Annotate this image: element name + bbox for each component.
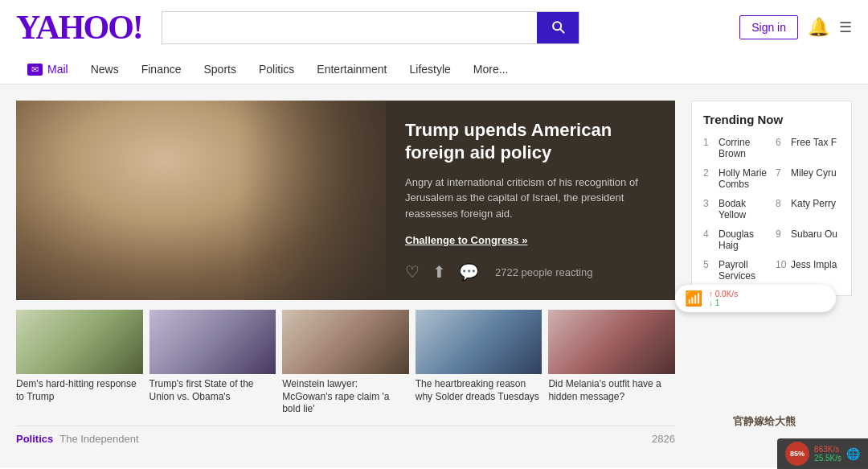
trending-num-8: 8: [776, 198, 787, 220]
yahoo-logo: YAHOO!: [16, 8, 142, 47]
thumb-image-3: [282, 310, 409, 374]
trending-name-7: Miley Cyru: [791, 167, 837, 190]
trending-name-8: Katy Perry: [791, 198, 836, 220]
net-up-stat: ↑ 0.0K/s: [709, 290, 738, 298]
thumb-card-2[interactable]: Trump's first State of the Union vs. Oba…: [149, 310, 276, 416]
net-down-stat: ↓ 1: [709, 298, 738, 307]
nav-bar: ✉ Mail News Finance Sports Politics Ente…: [0, 55, 868, 84]
thumb-caption-1: Dem's hard-hitting response to Trump: [16, 378, 143, 403]
trending-num-10: 10: [776, 259, 787, 282]
thumb-card-3[interactable]: Weinstein lawyer: McGowan's rape claim '…: [282, 310, 409, 416]
network-widget: 📶 ↑ 0.0K/s ↓ 1: [675, 285, 836, 312]
trending-name-9: Subaru Ou: [791, 228, 837, 251]
network-icon: 🌐: [846, 447, 860, 460]
search-bar: [162, 11, 579, 44]
header-right: Sign in 🔔 ☰: [739, 15, 852, 39]
speed-up-val: 863K/s: [814, 445, 841, 454]
trending-name-5: Payroll Services: [719, 259, 768, 282]
search-button[interactable]: [537, 12, 579, 43]
hero-link[interactable]: Challenge to Congress »: [405, 234, 656, 246]
speed-percentage: 85%: [785, 442, 809, 466]
trending-name-4: Douglas Haig: [719, 228, 768, 251]
thumb-image-4: [416, 310, 542, 374]
bell-icon[interactable]: 🔔: [808, 17, 829, 38]
article-tag[interactable]: Politics: [16, 433, 53, 445]
trending-title: Trending Now: [703, 113, 840, 126]
article-count: 2826: [652, 433, 675, 445]
trending-num-7: 7: [776, 167, 787, 190]
reactions-count: 2722 people reacting: [495, 266, 592, 278]
trending-item-1[interactable]: 1 Corrine Brown: [703, 134, 768, 162]
nav-item-more[interactable]: More...: [462, 55, 520, 84]
wifi-icon: 📶: [685, 290, 702, 307]
trending-name-1: Corrine Brown: [719, 137, 768, 159]
hero-image: [16, 101, 386, 300]
trending-item-6[interactable]: 6 Free Tax F: [776, 134, 840, 162]
speed-details: 863K/s 25.5K/s: [814, 445, 841, 463]
hero-description: Angry at international criticism of his …: [405, 175, 656, 222]
share-icon[interactable]: ⬆: [432, 262, 446, 282]
thumb-image-5: [548, 310, 675, 374]
trending-item-7[interactable]: 7 Miley Cyru: [776, 165, 840, 192]
thumb-card-1[interactable]: Dem's hard-hitting response to Trump: [16, 310, 143, 416]
thumb-caption-4: The heartbreaking reason why Solder drea…: [416, 378, 542, 403]
sidebar: Trending Now 1 Corrine Brown 6 Free Tax …: [691, 101, 852, 451]
thumb-caption-3: Weinstein lawyer: McGowan's rape claim '…: [282, 378, 409, 416]
search-input[interactable]: [162, 12, 537, 43]
watermark: 官静嫁给大熊: [733, 414, 796, 429]
header: YAHOO! Sign in 🔔 ☰: [0, 0, 868, 55]
thumb-caption-5: Did Melania's outfit have a hidden messa…: [548, 378, 675, 403]
thumb-image-1: [16, 310, 143, 374]
hero-article[interactable]: Trump upends American foreign aid policy…: [16, 101, 675, 300]
like-icon[interactable]: ♡: [405, 262, 420, 282]
trending-item-4[interactable]: 4 Douglas Haig: [703, 226, 768, 253]
mail-icon: ✉: [27, 64, 43, 76]
trending-item-2[interactable]: 2 Holly Marie Combs: [703, 165, 768, 192]
menu-icon[interactable]: ☰: [839, 19, 852, 36]
trending-item-9[interactable]: 9 Subaru Ou: [776, 226, 840, 253]
hero-actions-bar: ♡ ⬆ 💬 2722 people reacting: [405, 262, 656, 282]
trending-name-6: Free Tax F: [791, 137, 837, 159]
trending-num-9: 9: [776, 228, 787, 251]
bottom-bar: Politics The Independent 2826: [16, 426, 675, 451]
thumb-card-5[interactable]: Did Melania's outfit have a hidden messa…: [548, 310, 675, 416]
nav-item-entertainment[interactable]: Entertainment: [305, 55, 398, 84]
speed-down-val: 25.5K/s: [814, 454, 841, 463]
trending-num-4: 4: [703, 228, 714, 251]
hero-headline: Trump upends American foreign aid policy: [405, 119, 656, 165]
nav-item-sports[interactable]: Sports: [193, 55, 248, 84]
thumb-card-4[interactable]: The heartbreaking reason why Solder drea…: [416, 310, 542, 416]
trending-num-6: 6: [776, 137, 787, 159]
comment-icon[interactable]: 💬: [459, 262, 479, 282]
nav-item-lifestyle[interactable]: Lifestyle: [399, 55, 462, 84]
trending-num-5: 5: [703, 259, 714, 282]
trending-list: 1 Corrine Brown 6 Free Tax F 2 Holly Mar…: [703, 134, 840, 284]
article-source: The Independent: [59, 433, 138, 445]
trending-item-3[interactable]: 3 Bodak Yellow: [703, 195, 768, 223]
trending-name-10: Jess Impla: [791, 259, 837, 282]
trending-num-1: 1: [703, 137, 714, 159]
nav-item-politics[interactable]: Politics: [248, 55, 305, 84]
trending-box: Trending Now 1 Corrine Brown 6 Free Tax …: [691, 101, 852, 296]
sign-in-button[interactable]: Sign in: [739, 15, 798, 39]
thumb-image-2: [149, 310, 276, 374]
thumbnail-grid: Dem's hard-hitting response to Trump Tru…: [16, 310, 675, 416]
search-icon: [550, 19, 566, 35]
trending-num-3: 3: [703, 198, 714, 220]
net-stats: ↑ 0.0K/s ↓ 1: [709, 290, 738, 307]
hero-text-panel: Trump upends American foreign aid policy…: [386, 101, 675, 300]
nav-item-news[interactable]: News: [80, 55, 130, 84]
speed-overlay: 85% 863K/s 25.5K/s 🌐: [777, 438, 868, 467]
trending-num-2: 2: [703, 167, 714, 190]
nav-item-finance[interactable]: Finance: [130, 55, 193, 84]
trending-name-2: Holly Marie Combs: [719, 167, 768, 190]
trending-item-5[interactable]: 5 Payroll Services: [703, 257, 768, 284]
thumb-caption-2: Trump's first State of the Union vs. Oba…: [149, 378, 276, 403]
trending-name-3: Bodak Yellow: [719, 198, 768, 220]
content-area: Trump upends American foreign aid policy…: [0, 84, 868, 467]
nav-item-mail[interactable]: ✉ Mail: [16, 55, 80, 84]
main-area: Trump upends American foreign aid policy…: [16, 101, 675, 451]
trending-item-8[interactable]: 8 Katy Perry: [776, 195, 840, 223]
trending-item-10[interactable]: 10 Jess Impla: [776, 257, 840, 284]
